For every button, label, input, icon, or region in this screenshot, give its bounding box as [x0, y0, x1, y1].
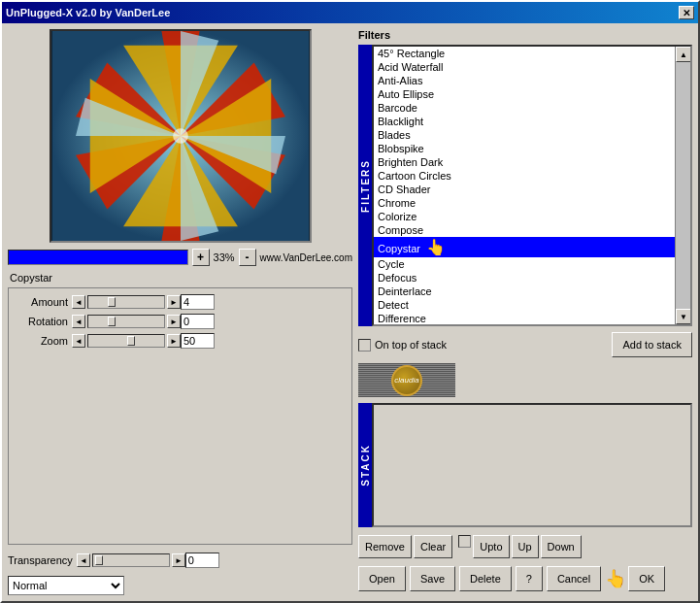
- delete-button[interactable]: Delete: [459, 566, 512, 591]
- amount-left-button[interactable]: ◄: [72, 295, 85, 309]
- open-button[interactable]: Open: [358, 566, 406, 591]
- cursor-icon: 👆: [605, 568, 626, 589]
- rotation-input[interactable]: [181, 314, 215, 329]
- filters-header: Filters: [358, 29, 692, 41]
- logo-row: claudia: [358, 363, 692, 397]
- stack-list: [372, 403, 692, 527]
- rotation-thumb[interactable]: [108, 317, 116, 326]
- transparency-thumb[interactable]: [95, 555, 103, 565]
- logo-circle: claudia: [391, 365, 422, 396]
- filter-item[interactable]: CD Shader: [374, 183, 675, 196]
- url-label: www.VanDerLee.com: [260, 252, 352, 263]
- filter-item[interactable]: Difference: [374, 312, 675, 324]
- zoom-left-button[interactable]: ◄: [72, 334, 85, 348]
- filter-item[interactable]: Detect: [374, 298, 675, 312]
- filters-wrapper: FILTERS 45° RectangleAcid WaterfallAnti-…: [358, 45, 692, 326]
- stack-vertical-text: STACK: [360, 444, 371, 486]
- filters-scrollbar: ▲ ▼: [675, 47, 690, 324]
- on-top-checkbox[interactable]: [358, 339, 371, 352]
- blend-mode-dropdown[interactable]: Normal: [8, 576, 124, 595]
- zoom-in-button[interactable]: +: [192, 249, 210, 266]
- rotation-slider: ◄ ►: [72, 315, 181, 328]
- filter-item[interactable]: 45° Rectangle: [374, 47, 675, 60]
- cancel-button[interactable]: Cancel: [547, 566, 601, 591]
- rotation-label: Rotation: [15, 316, 68, 327]
- close-button[interactable]: ✕: [679, 6, 694, 19]
- filter-item[interactable]: Brighten Dark: [374, 155, 675, 169]
- scrollbar-track[interactable]: [676, 62, 690, 309]
- amount-label: Amount: [15, 296, 68, 308]
- filter-item[interactable]: Deinterlace: [374, 285, 675, 298]
- stack-buttons-row: Remove Clear Upto Up Down: [358, 535, 692, 558]
- zoom-thumb[interactable]: [127, 336, 135, 346]
- filters-label: Filters: [358, 29, 390, 41]
- ok-button[interactable]: OK: [628, 566, 665, 591]
- save-button[interactable]: Save: [410, 566, 455, 591]
- amount-track[interactable]: [87, 295, 165, 309]
- rotation-right-button[interactable]: ►: [167, 315, 181, 328]
- filter-item[interactable]: Defocus: [374, 271, 675, 285]
- filter-item[interactable]: Colorize: [374, 210, 675, 223]
- filter-item[interactable]: Chrome: [374, 196, 675, 210]
- upto-checkbox[interactable]: [458, 535, 471, 548]
- right-panel: Filters FILTERS 45° RectangleAcid Waterf…: [358, 29, 692, 595]
- current-filter-name: Copystar: [10, 272, 352, 284]
- scrollbar-up-button[interactable]: ▲: [676, 47, 691, 62]
- rotation-track[interactable]: [87, 315, 165, 328]
- amount-right-button[interactable]: ►: [167, 295, 181, 309]
- zoom-track[interactable]: [87, 334, 165, 348]
- filter-item[interactable]: Blades: [374, 128, 675, 142]
- rotation-left-button[interactable]: ◄: [72, 315, 85, 328]
- amount-row: Amount ◄ ►: [15, 294, 346, 310]
- svg-point-15: [173, 128, 188, 144]
- clear-button[interactable]: Clear: [414, 535, 452, 558]
- filter-item[interactable]: Blobspike: [374, 142, 675, 155]
- on-top-checkbox-row: On top of stack: [358, 339, 447, 352]
- main-window: UnPlugged-X v2.0 by VanDerLee ✕: [0, 0, 700, 603]
- amount-input[interactable]: [181, 294, 215, 310]
- zoom-input[interactable]: [181, 333, 215, 349]
- transparency-row: Transparency ◄ ►: [8, 553, 352, 568]
- filter-item[interactable]: Barcode: [374, 101, 675, 115]
- amount-thumb[interactable]: [108, 297, 116, 307]
- filter-item[interactable]: Blacklight: [374, 115, 675, 128]
- filters-side-label: FILTERS: [358, 45, 372, 326]
- help-button[interactable]: ?: [516, 566, 543, 591]
- filter-item[interactable]: Cartoon Circles: [374, 169, 675, 183]
- scrollbar-down-button[interactable]: ▼: [676, 309, 691, 324]
- down-button[interactable]: Down: [541, 535, 582, 558]
- progress-fill: [9, 251, 187, 264]
- zoom-right-button[interactable]: ►: [167, 334, 181, 348]
- filter-item[interactable]: Anti-Alias: [374, 74, 675, 87]
- remove-button[interactable]: Remove: [358, 535, 412, 558]
- transparency-input[interactable]: [185, 553, 219, 568]
- add-to-stack-button[interactable]: Add to stack: [612, 332, 692, 357]
- transparency-left-button[interactable]: ◄: [77, 553, 90, 567]
- controls-section: Amount ◄ ► Rotation ◄: [8, 287, 352, 545]
- bottom-buttons-row: Open Save Delete ? Cancel 👆 OK: [358, 562, 692, 595]
- transparency-right-button[interactable]: ►: [172, 553, 185, 567]
- ok-area: 👆 OK: [605, 566, 665, 591]
- zoom-percent: 33%: [214, 251, 235, 263]
- zoom-label: Zoom: [15, 335, 68, 347]
- middle-bar: On top of stack Add to stack: [358, 330, 692, 359]
- preview-box: [50, 29, 312, 243]
- filter-item[interactable]: Copystar👆: [374, 237, 675, 257]
- on-top-label: On top of stack: [375, 339, 447, 351]
- stack-wrapper: STACK: [358, 403, 692, 527]
- filter-item[interactable]: Cycle: [374, 257, 675, 271]
- transparency-track[interactable]: [92, 553, 170, 567]
- rotation-row: Rotation ◄ ►: [15, 314, 346, 329]
- zoom-out-button[interactable]: -: [239, 249, 256, 266]
- transparency-slider: ◄ ►: [77, 553, 185, 567]
- upto-button[interactable]: Upto: [473, 535, 509, 558]
- filter-item[interactable]: Auto Ellipse: [374, 87, 675, 101]
- title-bar: UnPlugged-X v2.0 by VanDerLee ✕: [2, 2, 698, 23]
- up-button[interactable]: Up: [512, 535, 539, 558]
- filters-vertical-text: FILTERS: [360, 159, 371, 213]
- vanderlee-logo: claudia: [358, 363, 455, 397]
- filter-item[interactable]: Acid Waterfall: [374, 60, 675, 74]
- filters-list-container: 45° RectangleAcid WaterfallAnti-AliasAut…: [372, 45, 692, 326]
- filter-item[interactable]: Compose: [374, 223, 675, 237]
- left-panel: + 33% - www.VanDerLee.com Copystar Amoun…: [8, 29, 352, 595]
